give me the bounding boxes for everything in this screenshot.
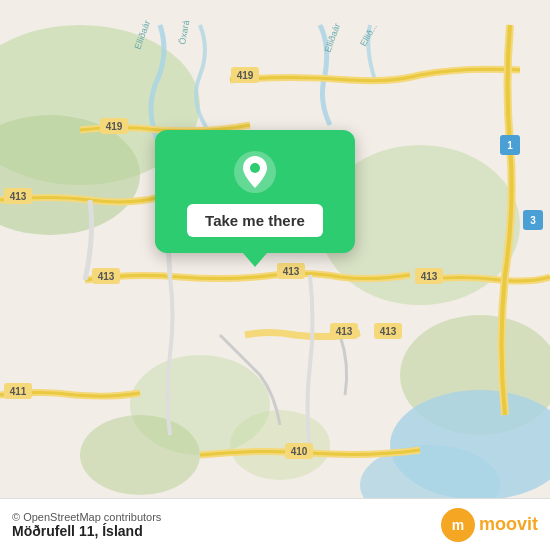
bottom-info: © OpenStreetMap contributors Möðrufell 1… [12,511,161,539]
location-name: Möðrufell 11, Ísland [12,523,161,539]
moovit-brand-icon: m [441,508,475,542]
take-me-there-button[interactable]: Take me there [187,204,323,237]
bottom-bar: © OpenStreetMap contributors Möðrufell 1… [0,498,550,550]
map-svg: 419 419 413 413 413 413 413 413 411 410 … [0,0,550,550]
svg-text:m: m [452,517,464,533]
svg-text:413: 413 [421,271,438,282]
popup-card: Take me there [155,130,355,253]
svg-text:419: 419 [237,70,254,81]
location-pin-icon [233,150,277,194]
svg-text:413: 413 [98,271,115,282]
moovit-logo: m moovit [441,508,538,542]
svg-text:410: 410 [291,446,308,457]
svg-text:413: 413 [283,266,300,277]
svg-text:411: 411 [10,386,27,397]
svg-text:419: 419 [106,121,123,132]
svg-text:413: 413 [380,326,397,337]
svg-text:413: 413 [10,191,27,202]
map-container: 419 419 413 413 413 413 413 413 411 410 … [0,0,550,550]
moovit-text: moovit [479,514,538,535]
svg-text:1: 1 [507,140,513,151]
svg-text:3: 3 [530,215,536,226]
svg-point-40 [250,163,260,173]
osm-credit: © OpenStreetMap contributors [12,511,161,523]
svg-text:413: 413 [336,326,353,337]
svg-point-8 [80,415,200,495]
